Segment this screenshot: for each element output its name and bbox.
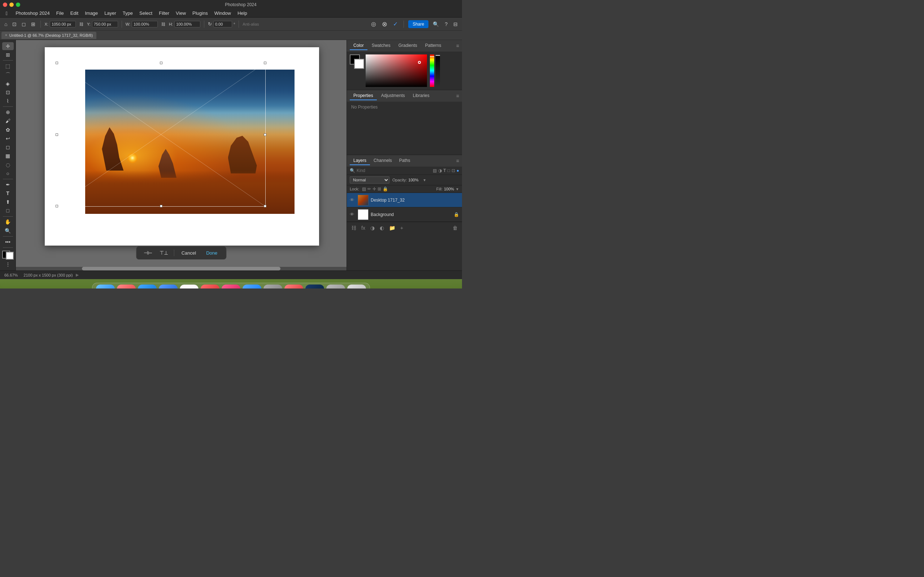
dock-arc[interactable]: △ xyxy=(284,285,303,288)
lock-paint-icon[interactable]: ✏ xyxy=(367,187,371,192)
status-arrow-icon[interactable]: ▶ xyxy=(76,272,79,277)
dock-photoshop[interactable]: Ps xyxy=(305,285,324,288)
lock-move-icon[interactable]: ✛ xyxy=(373,187,376,192)
cancel-transform-icon[interactable]: ⊗ xyxy=(380,19,389,29)
menu-help[interactable]: Help xyxy=(234,10,250,16)
tab-properties[interactable]: Properties xyxy=(350,92,377,100)
confirm-transform-icon[interactable]: ✓ xyxy=(392,20,399,28)
dock-appstore[interactable]: A xyxy=(242,285,261,288)
link-xy-icon[interactable]: ⛓ xyxy=(78,21,85,27)
dock-finder[interactable]: 😊 xyxy=(96,285,115,288)
transform-flip-v-icon[interactable]: ⊤⊥ xyxy=(158,249,170,256)
x-input[interactable] xyxy=(50,21,76,27)
menu-edit[interactable]: Edit xyxy=(68,10,81,16)
transform-grid-icon[interactable]: ⊞ xyxy=(30,21,37,28)
tab-channels[interactable]: Channels xyxy=(370,156,396,165)
filter-shape-icon[interactable]: □ xyxy=(447,168,450,173)
menu-select[interactable]: Select xyxy=(136,10,155,16)
move-tool[interactable]: ✛ xyxy=(2,42,14,50)
filter-active-icon[interactable]: ● xyxy=(457,168,459,173)
scrollbar-thumb-h[interactable] xyxy=(82,267,281,271)
filter-smartobj-icon[interactable]: ⊡ xyxy=(452,168,455,173)
w-input[interactable] xyxy=(132,21,158,27)
menu-file[interactable]: File xyxy=(53,10,67,16)
menu-image[interactable]: Image xyxy=(82,10,101,16)
menu-view[interactable]: View xyxy=(173,10,189,16)
new-adjustment-icon[interactable]: ◐ xyxy=(378,224,386,232)
tab-libraries[interactable]: Libraries xyxy=(409,92,433,100)
new-layer-icon[interactable]: + xyxy=(399,224,405,232)
clone-stamp-tool[interactable]: ✿ xyxy=(2,126,14,134)
crop-tool[interactable]: ⊡ xyxy=(2,89,14,96)
blend-mode-select[interactable]: Normal xyxy=(350,176,389,184)
dock-music[interactable]: ♪ xyxy=(221,285,241,288)
minimize-button[interactable] xyxy=(10,3,14,7)
shape-tool[interactable]: □ xyxy=(2,206,14,214)
background-color[interactable] xyxy=(6,252,14,259)
dock-photos[interactable]: 🌸 xyxy=(180,285,199,288)
lock-transparent-icon[interactable]: ▨ xyxy=(362,187,366,192)
quick-select-tool[interactable]: ◈ xyxy=(2,80,14,88)
more-tools[interactable]: ••• xyxy=(2,238,14,246)
brush-tool[interactable]: 🖌 xyxy=(2,117,14,125)
menu-photoshop[interactable]: Photoshop 2024 xyxy=(13,10,53,16)
y-input[interactable] xyxy=(92,21,118,27)
pen-tool[interactable]: ✒ xyxy=(2,181,14,189)
history-brush-tool[interactable]: ↩ xyxy=(2,134,14,142)
path-select-tool[interactable]: ⬆ xyxy=(2,198,14,206)
document-tab[interactable]: × Untitled-1 @ 66.7% (Desktop 1717_32, R… xyxy=(2,32,96,39)
layer-visibility-icon-0[interactable]: 👁 xyxy=(350,197,355,203)
tab-patterns[interactable]: Patterns xyxy=(422,42,445,50)
opacity-value[interactable]: 100% xyxy=(408,178,421,182)
menu-type[interactable]: Type xyxy=(120,10,136,16)
tab-gradients[interactable]: Gradients xyxy=(395,42,421,50)
arrange-panels-icon[interactable]: ⊟ xyxy=(452,21,459,28)
h-input[interactable] xyxy=(174,21,200,27)
healing-brush-tool[interactable]: ⊕ xyxy=(2,108,14,116)
link-wh-icon[interactable]: ⛓ xyxy=(160,21,167,27)
fg-bg-colors[interactable] xyxy=(2,251,14,259)
tab-swatches[interactable]: Swatches xyxy=(368,42,394,50)
layer-visibility-icon-1[interactable]: 👁 xyxy=(350,212,355,217)
doc-close-icon[interactable]: × xyxy=(5,33,7,37)
foreground-background-swatches[interactable] xyxy=(350,55,364,69)
hue-bar[interactable] xyxy=(430,55,434,87)
eraser-tool[interactable]: ◻ xyxy=(2,143,14,151)
layers-panel-menu-icon[interactable]: ≡ xyxy=(456,158,459,164)
alpha-bar[interactable] xyxy=(436,55,440,87)
gradient-tool[interactable]: ▦ xyxy=(2,152,14,160)
dodge-tool[interactable]: ○ xyxy=(2,169,14,177)
new-group-icon[interactable]: 📁 xyxy=(388,224,397,232)
zoom-tool[interactable]: 🔍 xyxy=(2,227,14,235)
dock-safari[interactable]: ◎ xyxy=(138,285,157,288)
layers-search-input[interactable] xyxy=(357,168,431,173)
lasso-tool[interactable]: ⌒ xyxy=(2,71,14,79)
dock-launchpad[interactable]: ⠿ xyxy=(117,285,136,288)
delete-layer-icon[interactable]: 🗑 xyxy=(451,224,459,232)
link-layers-icon[interactable]: ⛓ xyxy=(350,224,358,232)
maximize-button[interactable] xyxy=(16,3,20,7)
eyedropper-tool[interactable]: ⌇ xyxy=(2,97,14,105)
dock-trash[interactable]: 🗑 xyxy=(347,285,366,288)
dock-reminders[interactable]: ☑ xyxy=(201,285,220,288)
hand-tool[interactable]: ✋ xyxy=(2,218,14,226)
layer-item-desktop[interactable]: 👁 Desktop 1717_32 xyxy=(347,193,462,207)
menu-window[interactable]: Window xyxy=(212,10,234,16)
color-gradient-picker[interactable] xyxy=(366,55,427,87)
dock-mail[interactable]: ✉ xyxy=(159,285,178,288)
tab-paths[interactable]: Paths xyxy=(396,156,414,165)
angle-input[interactable] xyxy=(213,21,232,27)
menu-plugins[interactable]: Plugins xyxy=(189,10,211,16)
tab-color[interactable]: Color xyxy=(350,42,367,50)
filter-adjust-icon[interactable]: ◑ xyxy=(438,168,442,173)
canvas-area[interactable]: ⊣⊢ ⊤⊥ Cancel Done xyxy=(16,40,347,271)
dock-filemanager[interactable]: 🗂 xyxy=(326,285,345,288)
transform-done-button[interactable]: Done xyxy=(203,250,220,256)
menu-layer[interactable]: Layer xyxy=(102,10,119,16)
lock-all-icon[interactable]: 🔒 xyxy=(383,187,388,192)
layer-item-background[interactable]: 👁 Background 🔒 xyxy=(347,207,462,222)
close-button[interactable] xyxy=(3,3,7,7)
horizontal-scrollbar[interactable] xyxy=(16,267,347,271)
dock-systemprefs[interactable]: ⚙ xyxy=(263,285,282,288)
filter-text-icon[interactable]: T xyxy=(443,168,446,173)
